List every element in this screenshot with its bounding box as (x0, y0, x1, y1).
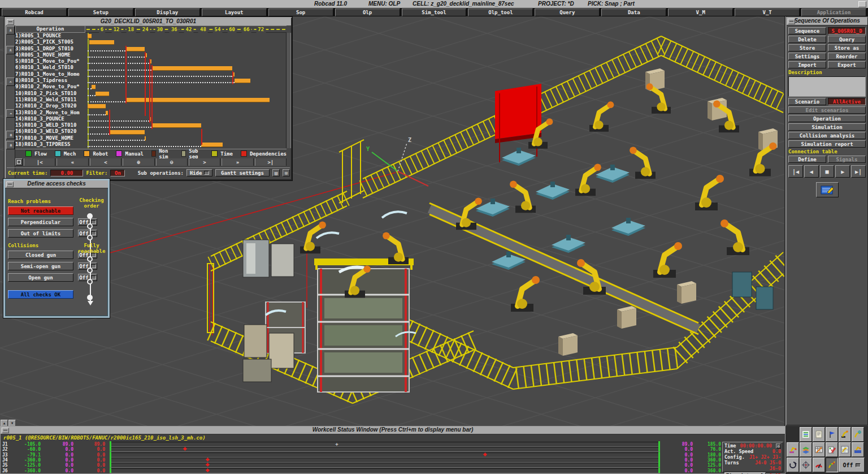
menu-v_m[interactable]: V_M (668, 8, 733, 16)
gantt-bar[interactable] (125, 98, 269, 102)
robot-table-icon[interactable] (852, 442, 864, 457)
path-editor-icon[interactable] (816, 182, 839, 197)
description-input[interactable] (788, 76, 866, 97)
gantt-bar[interactable] (88, 104, 106, 109)
gantt-row[interactable] (85, 129, 287, 135)
operation-label[interactable]: 9)R010_2_Move_to_Pou* (15, 84, 85, 90)
store-as-button[interactable]: Store as (828, 44, 866, 51)
gantt-row[interactable] (85, 91, 287, 97)
scroll-up-icon[interactable]: ‹ (6, 77, 15, 86)
joint-jog-icon[interactable] (826, 458, 838, 472)
gantt-bar[interactable] (106, 111, 108, 115)
gantt-row[interactable] (85, 135, 287, 141)
minimize-icon[interactable] (2, 428, 9, 433)
define-button[interactable]: Define (788, 156, 826, 163)
gantt-bar[interactable] (201, 143, 222, 147)
current-time-field[interactable]: 0.00 (50, 170, 83, 176)
scenario-button[interactable]: Scenario (788, 98, 826, 105)
perpendicular-button[interactable]: Perpendicular (8, 218, 73, 226)
flag-icon[interactable] (826, 427, 838, 442)
gantt-nav-zoom-out[interactable]: ⊖ (156, 158, 188, 166)
gantt-bar[interactable] (89, 40, 114, 45)
gantt-nav-fast-back[interactable]: « (57, 158, 88, 166)
gantt-minimize-icon[interactable]: ▤ (272, 169, 280, 176)
gantt-row[interactable] (85, 110, 287, 116)
gantt-row[interactable] (85, 33, 287, 39)
settings-button[interactable]: Settings (788, 53, 826, 60)
menu-olp[interactable]: Olp (335, 8, 400, 16)
gantt-bar[interactable] (151, 66, 232, 71)
operation-label[interactable]: 18)R010_3_TIPDRESS (15, 141, 85, 148)
markup-pen-icon[interactable] (826, 442, 838, 457)
export-button[interactable]: Export (828, 61, 866, 68)
operation-label[interactable]: 8)R010_1_Tipdress (15, 77, 85, 84)
menu-sop[interactable]: Sop (268, 8, 333, 16)
operation-label[interactable]: 14)R010_3_POUNCE (15, 116, 85, 122)
store-button[interactable]: Store (788, 44, 826, 51)
minimize-icon[interactable] (6, 182, 14, 187)
gantt-row[interactable] (85, 97, 287, 103)
robot-tool-icon[interactable] (839, 427, 851, 442)
gantt-nav-fast-forward[interactable]: » (222, 158, 253, 166)
playback-first-icon[interactable]: |◀ (788, 165, 803, 178)
minimize-icon[interactable] (7, 19, 14, 25)
operation-label[interactable]: 6)R010_1_Weld_ST010 (15, 64, 85, 71)
gantt-row[interactable] (85, 116, 287, 122)
operation-label[interactable]: 12)R010_2_Drop_ST020 (15, 103, 85, 109)
operation-label[interactable]: 15)R010_3_WELD_ST010 (15, 122, 85, 128)
simulation-report-button[interactable]: Simulation report (788, 140, 866, 148)
gantt-settings-button[interactable]: Gantt settings (215, 169, 270, 176)
time-spinner-icon[interactable]: ◇ (776, 443, 781, 449)
robot-target-icon[interactable] (852, 427, 864, 442)
gantt-titlebar[interactable]: G20_DECKLID_005R01_TO_030R01 (6, 18, 291, 26)
layers-icon[interactable] (800, 442, 812, 457)
menu-olp_tool[interactable]: Olp_tool (468, 8, 533, 16)
out-of-limits-button[interactable]: Out of limits (8, 229, 73, 238)
sequence-value-field[interactable]: S_005R01_D (828, 27, 866, 35)
joint-slider[interactable] (110, 458, 660, 463)
robot-cell-icon[interactable] (839, 442, 851, 457)
operation-label[interactable]: 3)R005_1_DROP_ST010 (15, 46, 85, 52)
gantt-row[interactable] (85, 141, 287, 148)
import-button[interactable]: Import (788, 61, 826, 68)
operation-label[interactable]: 2)R005_1_PICK_ST005 (15, 39, 85, 45)
menu-query[interactable]: Query (535, 8, 600, 16)
open-gun-button[interactable]: Open gun (8, 273, 73, 282)
minimize-icon[interactable] (788, 19, 795, 24)
access-titlebar[interactable]: Define access checks (5, 180, 108, 188)
joint-slider[interactable] (110, 468, 660, 473)
gantt-expand-icon[interactable]: ⊞ (283, 169, 290, 176)
gantt-bar[interactable] (88, 34, 92, 38)
gantt-nav-last[interactable]: >| (255, 158, 287, 166)
menu-sim_tool[interactable]: Sim_tool (402, 8, 467, 16)
window-menu-box[interactable] (858, 1, 866, 7)
closed-gun-button[interactable]: Closed gun (8, 251, 73, 259)
center-view-icon[interactable] (800, 458, 812, 472)
gantt-row[interactable] (85, 46, 287, 52)
playback-reverse-icon[interactable]: ◀ (804, 165, 819, 178)
gantt-bar[interactable] (235, 79, 250, 83)
menu-robcad[interactable]: Robcad (2, 8, 67, 16)
operation-label[interactable]: 13)R010_2_Move_to_Hom (15, 110, 85, 116)
joint-slider[interactable] (110, 463, 660, 468)
operation-button[interactable]: Operation (788, 115, 866, 122)
gantt-chart[interactable] (85, 33, 287, 148)
joint-slider[interactable] (110, 453, 660, 458)
playback-play-icon[interactable]: ▶ (835, 165, 850, 178)
scenario-value-field[interactable]: AllActive (828, 98, 866, 105)
operation-label[interactable]: 4)R005_1_MOVE_HOME (15, 52, 85, 58)
filter-field[interactable]: On (110, 170, 125, 176)
menu-v_t[interactable]: V_T (735, 8, 800, 16)
rotate-view-icon[interactable] (787, 458, 799, 472)
sequence-button[interactable]: Sequence (788, 27, 826, 35)
gantt-row[interactable] (85, 103, 287, 109)
joint-slider[interactable]: + (110, 442, 660, 447)
menu-setup[interactable]: Setup (68, 8, 133, 16)
gantt-row[interactable] (85, 52, 287, 58)
gantt-bar[interactable] (96, 92, 109, 96)
gantt-nav-back[interactable]: < (90, 158, 121, 166)
time-ruler[interactable]: 61218243036424854606672 (85, 25, 287, 33)
scroll-bottom-icon[interactable]: » (6, 141, 15, 149)
sub-operations-dropdown[interactable]: Hide (186, 169, 212, 176)
gantt-bar[interactable] (109, 130, 145, 135)
